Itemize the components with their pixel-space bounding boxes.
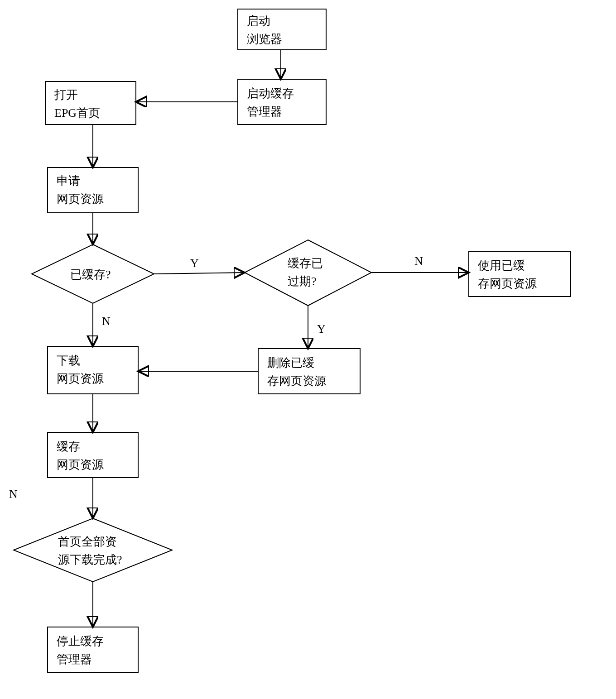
- text: 首页全部资: [58, 535, 117, 548]
- decision-all-done: 首页全部资 源下载完成?: [14, 518, 172, 582]
- node-use-cached: 使用已缓 存网页资源: [469, 251, 571, 297]
- text: 申请: [57, 174, 80, 187]
- label-n: N: [414, 254, 423, 268]
- text: 存网页资源: [267, 374, 326, 388]
- text: 网页资源: [57, 458, 104, 471]
- text: 浏览器: [247, 33, 282, 46]
- text: 存网页资源: [478, 277, 537, 290]
- svg-line-16: [154, 273, 245, 274]
- text: 打开: [54, 88, 78, 101]
- label-n: N: [102, 315, 111, 328]
- text: 删除已缓: [267, 356, 314, 369]
- decision-cached: 已缓存?: [32, 244, 154, 303]
- text: 缓存: [57, 440, 80, 453]
- svg-marker-10: [14, 518, 172, 582]
- text: 源下载完成?: [58, 553, 122, 566]
- label-y: Y: [317, 322, 326, 335]
- text: 管理器: [57, 653, 92, 666]
- node-delete-cached: 删除已缓 存网页资源: [258, 349, 360, 394]
- label-n: N: [9, 488, 18, 501]
- text: 已缓存?: [70, 268, 111, 281]
- text: 网页资源: [57, 192, 104, 206]
- text: 过期?: [288, 275, 317, 288]
- node-open-epg: 打开 EPG首页: [45, 81, 136, 124]
- node-store-cache: 缓存 网页资源: [48, 432, 138, 478]
- svg-rect-7: [48, 346, 138, 394]
- text: 启动缓存: [247, 87, 294, 100]
- label-y: Y: [190, 257, 199, 270]
- text: 停止缓存: [57, 635, 104, 648]
- svg-marker-5: [245, 240, 371, 306]
- node-request-resource: 申请 网页资源: [48, 168, 138, 213]
- node-start-cache-mgr: 启动缓存 管理器: [238, 79, 326, 124]
- node-start-browser: 启动 浏览器: [238, 9, 326, 50]
- node-download: 下载 网页资源: [48, 346, 138, 394]
- text: 管理器: [247, 105, 282, 118]
- text: 使用已缓: [478, 259, 525, 272]
- text: 网页资源: [57, 372, 104, 385]
- text: 下载: [57, 354, 80, 367]
- node-stop-mgr: 停止缓存 管理器: [48, 627, 138, 672]
- text: 启动: [247, 14, 270, 28]
- text: 缓存已: [288, 257, 323, 270]
- text: EPG首页: [54, 106, 100, 120]
- decision-expired: 缓存已 过期?: [245, 240, 371, 306]
